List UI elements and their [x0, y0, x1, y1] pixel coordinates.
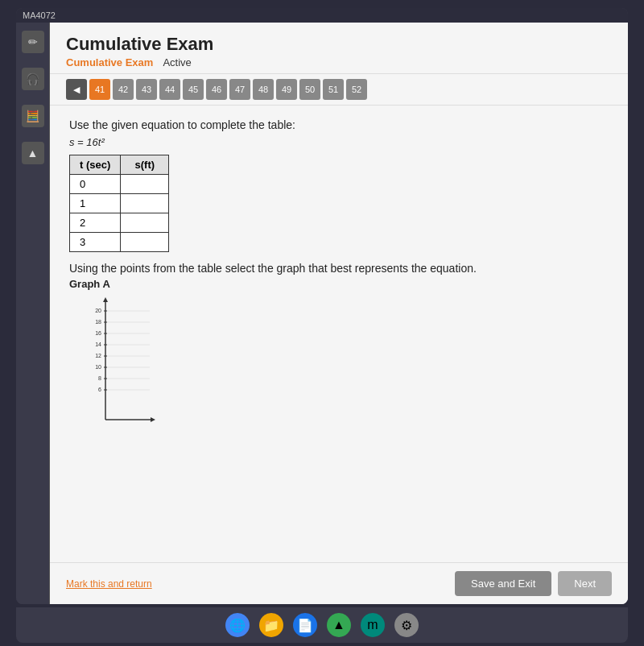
table-row: 2 [70, 213, 169, 233]
table-cell-s0[interactable] [121, 175, 169, 194]
nav-btns-row: ◀ 41 42 43 44 45 46 47 48 49 50 51 52 [66, 79, 367, 100]
footer-bar: Mark this and return Save and Exit Next [50, 562, 628, 604]
exam-subtitle: Cumulative Exam [66, 56, 153, 68]
screen: MA4072 ✏ 🎧 🧮 ▲ Cumulative Exam Cumulativ… [16, 8, 628, 604]
exam-status: Active [163, 56, 191, 68]
exam-header: Cumulative Exam Cumulative Exam Active [50, 23, 628, 74]
nav-page-49[interactable]: 49 [276, 79, 297, 100]
table-cell-s3[interactable] [121, 233, 169, 252]
nav-page-51[interactable]: 51 [323, 79, 344, 100]
svg-marker-2 [103, 297, 108, 302]
calculator-icon[interactable]: 🧮 [22, 105, 44, 127]
nav-page-52[interactable]: 52 [346, 79, 367, 100]
table-row: 0 [70, 175, 169, 194]
top-bar: MA4072 [16, 8, 628, 23]
save-exit-button[interactable]: Save and Exit [455, 571, 551, 596]
table-header-t: t (sec) [70, 155, 121, 175]
content-area: Cumulative Exam Cumulative Exam Active ◀… [50, 23, 628, 604]
nav-bar: ◀ 41 42 43 44 45 46 47 48 49 50 51 52 [50, 74, 628, 106]
exam-subtitle-row: Cumulative Exam Active [66, 56, 612, 68]
nav-page-43[interactable]: 43 [136, 79, 157, 100]
up-arrow-icon[interactable]: ▲ [22, 142, 44, 164]
chrome-icon[interactable]: 🌐 [225, 613, 250, 637]
nav-page-48[interactable]: 48 [253, 79, 274, 100]
table-row: 3 [70, 233, 169, 252]
table-cell-t0: 0 [70, 175, 121, 194]
graph-svg: 20 18 16 14 12 [85, 295, 158, 424]
svg-text:8: 8 [98, 375, 101, 381]
graph-container[interactable]: 20 18 16 14 12 [85, 295, 158, 424]
headphone-icon[interactable]: 🎧 [22, 68, 44, 90]
exam-title: Cumulative Exam [66, 34, 612, 55]
nav-page-42[interactable]: 42 [113, 79, 134, 100]
svg-marker-3 [151, 417, 155, 422]
app-id: MA4072 [23, 10, 56, 20]
nav-page-current[interactable]: 41 [89, 79, 110, 100]
mark-return-button[interactable]: Mark this and return [66, 578, 152, 590]
svg-text:12: 12 [95, 353, 101, 358]
graph-title: Graph A [69, 278, 609, 290]
nav-page-46[interactable]: 46 [206, 79, 227, 100]
main-area: ✏ 🎧 🧮 ▲ Cumulative Exam Cumulative Exam … [16, 23, 628, 604]
footer-buttons: Save and Exit Next [455, 571, 612, 596]
table-cell-s2[interactable] [121, 213, 169, 233]
table-cell-t2: 2 [70, 213, 121, 233]
graph-section: Using the points from the table select t… [69, 262, 609, 424]
table-cell-t1: 1 [70, 194, 121, 213]
table-cell-s1[interactable] [121, 194, 169, 213]
settings-icon[interactable]: ⚙ [394, 613, 419, 637]
nav-prev-button[interactable]: ◀ [66, 79, 87, 100]
svg-text:16: 16 [95, 330, 101, 336]
question-area: Use the given equation to complete the t… [50, 106, 628, 562]
table-cell-t3: 3 [70, 233, 121, 252]
nav-page-44[interactable]: 44 [159, 79, 180, 100]
data-table: t (sec) s(ft) 0 1 [69, 155, 169, 252]
folder-icon[interactable]: 📁 [259, 613, 283, 637]
question-instruction: Use the given equation to complete the t… [69, 118, 609, 131]
graph-instruction: Using the points from the table select t… [69, 262, 609, 275]
files-icon[interactable]: 📄 [293, 613, 317, 637]
pencil-icon[interactable]: ✏ [22, 31, 44, 53]
next-button[interactable]: Next [558, 571, 612, 596]
meet-icon[interactable]: m [361, 613, 385, 637]
nav-page-45[interactable]: 45 [183, 79, 204, 100]
svg-text:20: 20 [95, 308, 101, 313]
table-row: 1 [70, 194, 169, 213]
svg-text:14: 14 [95, 342, 101, 347]
svg-text:18: 18 [95, 319, 101, 325]
equation: s = 16t² [69, 136, 609, 148]
nav-page-47[interactable]: 47 [229, 79, 250, 100]
taskbar: 🌐 📁 📄 ▲ m ⚙ [16, 607, 628, 643]
nav-page-50[interactable]: 50 [299, 79, 320, 100]
drive-icon[interactable]: ▲ [327, 613, 351, 637]
svg-text:6: 6 [98, 387, 101, 392]
sidebar: ✏ 🎧 🧮 ▲ [16, 23, 50, 604]
svg-text:10: 10 [95, 364, 101, 370]
table-header-s: s(ft) [121, 155, 169, 175]
